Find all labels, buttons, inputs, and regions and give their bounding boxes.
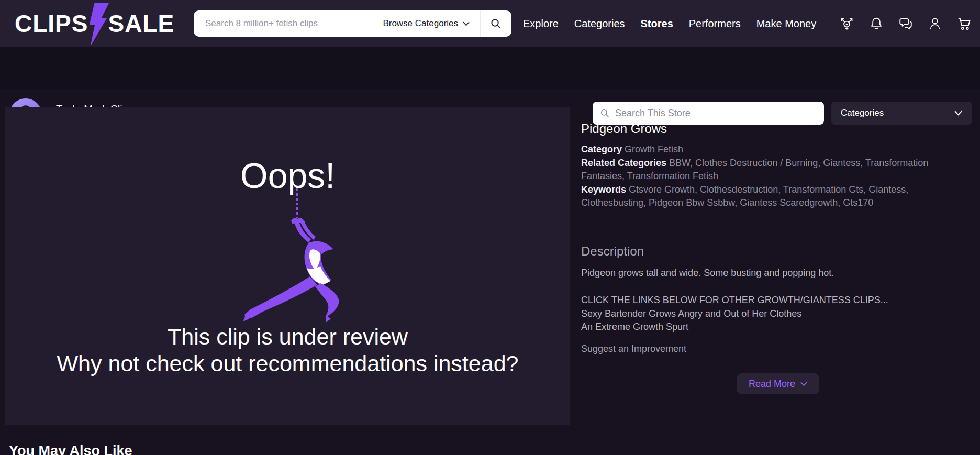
review-message-line2: Why not check out recommendations instea…: [5, 350, 570, 377]
chevron-down-icon: [800, 382, 807, 386]
keywords-value[interactable]: Gtsvore Growth, Clothesdestruction, Tran…: [581, 184, 908, 208]
browse-categories-label: Browse Categories: [383, 18, 458, 29]
chevron-down-icon: [954, 110, 962, 116]
browse-categories-dropdown[interactable]: Browse Categories: [372, 10, 480, 37]
lightning-bolt-icon: [87, 3, 109, 52]
description-line1: Pidgeon grows tall and wide. Some bustin…: [581, 268, 970, 279]
search-submit-button[interactable]: [480, 10, 511, 37]
store-search-input[interactable]: [610, 108, 824, 119]
related-categories-label: Related Categories: [581, 158, 666, 168]
search-icon: [600, 108, 610, 118]
pole-dancer-illustration: [230, 188, 351, 325]
messages-chat-icon[interactable]: [898, 16, 913, 31]
account-icon[interactable]: [928, 16, 942, 31]
logo-text-left: CLIPS: [15, 9, 88, 38]
nav-link-performers[interactable]: Performers: [689, 18, 741, 30]
clips4sale-logo[interactable]: CLIPS SALE: [15, 0, 174, 47]
description-line2: CLICK THE LINKS BELOW FOR OTHER GROWTH/G…: [581, 294, 970, 307]
review-message: This clip is under review Why not check …: [5, 324, 570, 377]
suggest-improvement-link[interactable]: Suggest an Improvement: [581, 343, 686, 354]
search-icon: [490, 18, 502, 30]
nav-link-make-money[interactable]: Make Money: [756, 18, 817, 30]
nav-link-categories[interactable]: Categories: [574, 18, 625, 30]
info-divider-top: [581, 232, 967, 232]
gender-symbol-icon[interactable]: [840, 16, 854, 31]
notifications-bell-icon[interactable]: [869, 16, 884, 31]
navbar-icon-group: [840, 0, 972, 47]
description-links-block: CLICK THE LINKS BELOW FOR OTHER GROWTH/G…: [581, 294, 970, 334]
clip-review-panel: Oops! This clip is under review Why not …: [5, 107, 570, 425]
nav-link-stores[interactable]: Stores: [641, 18, 673, 30]
review-message-line1: This clip is under review: [5, 324, 570, 350]
store-header: TaylorMadeClips 7 Clips • 1,128 Follower…: [0, 47, 980, 89]
main-nav-links: Explore Categories Stores Performers Mak…: [523, 0, 816, 47]
global-search-input[interactable]: [194, 18, 372, 29]
category-value[interactable]: Growth Fetish: [625, 144, 683, 154]
description-heading: Description: [581, 244, 644, 259]
clip-meta: Category Growth Fetish Related Categorie…: [581, 143, 970, 210]
you-may-also-like-heading: You May Also Like: [9, 443, 132, 455]
category-label: Category: [581, 144, 622, 154]
nav-link-explore[interactable]: Explore: [523, 18, 559, 30]
read-more-label: Read More: [749, 379, 795, 390]
top-navbar: CLIPS SALE Browse Categories Explore Cat…: [0, 0, 980, 47]
read-more-button[interactable]: Read More: [737, 373, 819, 394]
clip-title: Pidgeon Grows: [581, 121, 970, 136]
logo-text-right: SALE: [108, 9, 174, 38]
global-search-bar: Browse Categories: [194, 10, 511, 37]
store-categories-label: Categories: [841, 108, 884, 118]
keywords-label: Keywords: [581, 184, 626, 195]
chevron-down-icon: [463, 21, 470, 26]
description-link-2[interactable]: An Extreme Growth Spurt: [581, 320, 970, 334]
description-link-1[interactable]: Sexy Bartender Grows Angry and Out of He…: [581, 307, 970, 321]
cart-icon[interactable]: [957, 16, 972, 31]
